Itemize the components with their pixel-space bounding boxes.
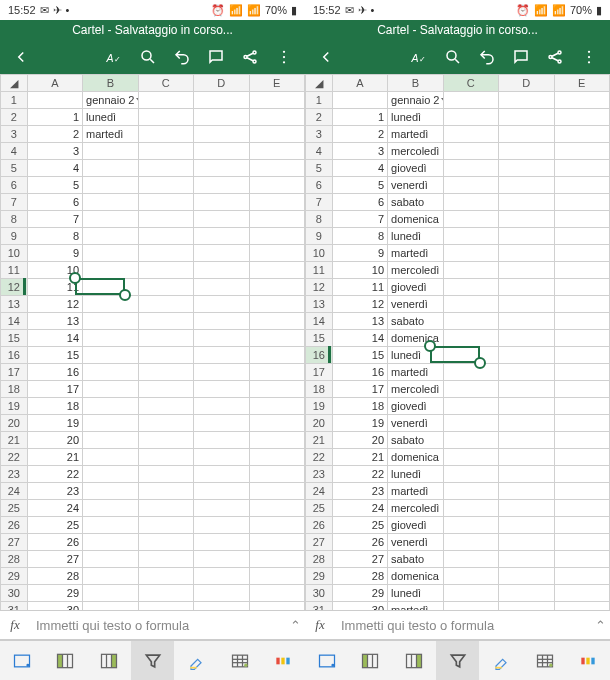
table-row[interactable]: 2221	[1, 449, 305, 466]
cell[interactable]	[194, 500, 249, 517]
cell[interactable]	[554, 126, 610, 143]
cell[interactable]: lunedì	[388, 109, 443, 126]
cell[interactable]: venerdì	[388, 296, 443, 313]
row-header[interactable]: 3	[1, 126, 28, 143]
cell[interactable]	[138, 534, 193, 551]
table-row[interactable]: 1110	[1, 262, 305, 279]
cell[interactable]	[499, 262, 554, 279]
cell[interactable]	[499, 364, 554, 381]
col-header-a[interactable]: A	[332, 75, 387, 92]
row-header[interactable]: 20	[306, 415, 333, 432]
cell[interactable]	[499, 398, 554, 415]
cell[interactable]	[499, 211, 554, 228]
cell[interactable]	[138, 517, 193, 534]
cell[interactable]: lunedì	[388, 228, 443, 245]
cell[interactable]: lunedì	[388, 347, 443, 364]
row-header[interactable]: 10	[306, 245, 333, 262]
cell[interactable]: 4	[27, 160, 82, 177]
cell[interactable]	[194, 551, 249, 568]
table-row[interactable]: 1312venerdì	[306, 296, 610, 313]
cell[interactable]: 23	[332, 483, 387, 500]
table-row[interactable]: 1716martedì	[306, 364, 610, 381]
col-header-e[interactable]: E	[249, 75, 305, 92]
share-button[interactable]	[233, 40, 267, 74]
row-header[interactable]: 27	[1, 534, 28, 551]
cell[interactable]	[194, 194, 249, 211]
cell[interactable]	[554, 211, 610, 228]
row-header[interactable]: 14	[306, 313, 333, 330]
cell[interactable]	[194, 330, 249, 347]
table-row[interactable]: 2726venerdì	[306, 534, 610, 551]
table-row[interactable]: 2625	[1, 517, 305, 534]
cell[interactable]: 28	[27, 568, 82, 585]
cell[interactable]: 17	[332, 381, 387, 398]
row-header[interactable]: 31	[306, 602, 333, 611]
cell[interactable]	[138, 194, 193, 211]
cell[interactable]: giovedì	[388, 160, 443, 177]
cell[interactable]	[249, 551, 305, 568]
cell[interactable]: gennaio 2	[83, 92, 138, 109]
cell[interactable]	[83, 245, 138, 262]
row-header[interactable]: 13	[1, 296, 28, 313]
cell[interactable]: 5	[332, 177, 387, 194]
row-header[interactable]: 29	[1, 568, 28, 585]
cell[interactable]: sabato	[388, 194, 443, 211]
table-row[interactable]: 2423martedì	[306, 483, 610, 500]
formula-bar[interactable]: fx Immetti qui testo o formula ⌃	[0, 610, 305, 640]
cell[interactable]: venerdì	[388, 415, 443, 432]
cell[interactable]: 27	[27, 551, 82, 568]
cell[interactable]: domenica	[388, 449, 443, 466]
cell[interactable]	[194, 245, 249, 262]
cell[interactable]: 1	[27, 109, 82, 126]
cell[interactable]	[83, 585, 138, 602]
table-row[interactable]: 2625giovedì	[306, 517, 610, 534]
cell[interactable]: 20	[27, 432, 82, 449]
cell[interactable]	[499, 228, 554, 245]
cell[interactable]: 1	[332, 109, 387, 126]
row-header[interactable]: 19	[1, 398, 28, 415]
grid-table[interactable]: ◢ A B C D E 1gennaio 221lunedì32martedì4…	[305, 74, 610, 610]
cell[interactable]: 8	[27, 228, 82, 245]
cell[interactable]: 14	[332, 330, 387, 347]
table-row[interactable]: 3029	[1, 585, 305, 602]
cell[interactable]: domenica	[388, 568, 443, 585]
cell[interactable]: 30	[332, 602, 387, 611]
cell[interactable]	[443, 347, 498, 364]
table-row[interactable]: 98	[1, 228, 305, 245]
cell[interactable]	[83, 296, 138, 313]
cell[interactable]	[194, 483, 249, 500]
table-row[interactable]: 2827	[1, 551, 305, 568]
cell[interactable]: 15	[27, 347, 82, 364]
cell[interactable]: 30	[27, 602, 82, 611]
cell[interactable]	[443, 483, 498, 500]
cell[interactable]	[194, 449, 249, 466]
cell[interactable]: 16	[332, 364, 387, 381]
table-row[interactable]: 1918giovedì	[306, 398, 610, 415]
table-row[interactable]: 2423	[1, 483, 305, 500]
cell[interactable]: lunedì	[388, 466, 443, 483]
cell[interactable]	[443, 313, 498, 330]
row-header[interactable]: 11	[306, 262, 333, 279]
cell[interactable]	[83, 602, 138, 611]
row-header[interactable]: 27	[306, 534, 333, 551]
cell[interactable]	[194, 126, 249, 143]
cell[interactable]	[554, 500, 610, 517]
row-header[interactable]: 4	[306, 143, 333, 160]
cell[interactable]: 2	[332, 126, 387, 143]
cell[interactable]	[138, 296, 193, 313]
cell[interactable]	[249, 245, 305, 262]
cell[interactable]	[194, 228, 249, 245]
table-row[interactable]: 1514	[1, 330, 305, 347]
comment-button[interactable]	[199, 40, 233, 74]
table-row[interactable]: 2928domenica	[306, 568, 610, 585]
cell[interactable]	[332, 92, 387, 109]
cell[interactable]: 11	[332, 279, 387, 296]
cell[interactable]	[194, 517, 249, 534]
cell[interactable]: 9	[27, 245, 82, 262]
cell[interactable]	[249, 194, 305, 211]
cell[interactable]	[499, 585, 554, 602]
cell[interactable]: 7	[27, 211, 82, 228]
cell[interactable]	[554, 483, 610, 500]
cell[interactable]	[83, 194, 138, 211]
cell[interactable]	[138, 211, 193, 228]
